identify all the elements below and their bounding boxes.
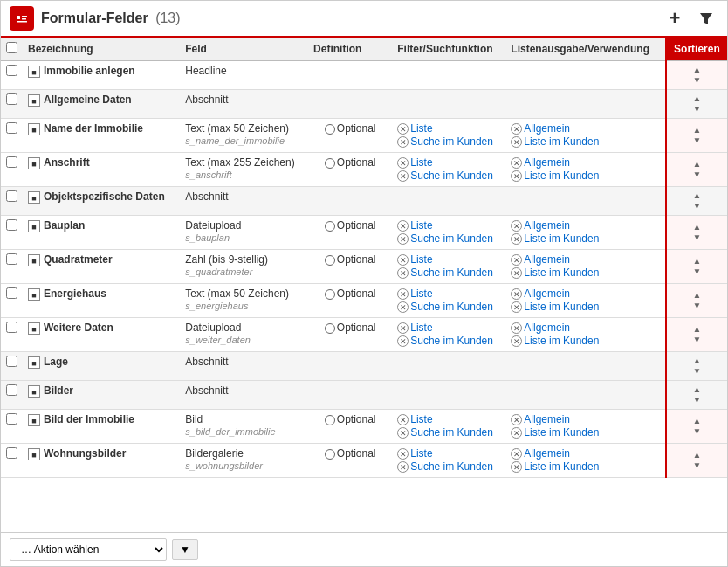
sort-arrows[interactable]: ▲ ▼ xyxy=(672,222,722,243)
listen-remove-icon[interactable]: ✕ xyxy=(511,427,522,439)
listen-link[interactable]: Liste im Kunden xyxy=(524,135,599,148)
listen-remove-icon[interactable]: ✕ xyxy=(511,123,522,135)
filter-remove-icon[interactable]: ✕ xyxy=(397,335,409,347)
filter-link[interactable]: Suche im Kunden xyxy=(410,335,493,347)
sort-arrows[interactable]: ▲ ▼ xyxy=(672,450,722,471)
listen-remove-icon[interactable]: ✕ xyxy=(511,461,522,473)
filter-remove-icon[interactable]: ✕ xyxy=(397,448,409,460)
filter-link[interactable]: Suche im Kunden xyxy=(410,301,493,313)
action-select[interactable]: … Aktion wählen xyxy=(10,538,167,561)
listen-remove-icon[interactable]: ✕ xyxy=(511,157,522,169)
listen-remove-icon[interactable]: ✕ xyxy=(511,267,522,279)
row-sortieren[interactable]: ▲ ▼ xyxy=(666,381,727,410)
filter-remove-icon[interactable]: ✕ xyxy=(397,220,409,232)
filter-remove-icon[interactable]: ✕ xyxy=(397,267,409,279)
sort-down-arrow[interactable]: ▼ xyxy=(692,301,701,311)
sort-down-arrow[interactable]: ▼ xyxy=(692,104,701,114)
filter-link[interactable]: Liste xyxy=(410,122,432,135)
filter-link[interactable]: Suche im Kunden xyxy=(410,135,493,148)
filter-remove-icon[interactable]: ✕ xyxy=(397,427,409,439)
listen-link[interactable]: Liste im Kunden xyxy=(524,335,599,347)
sort-down-arrow[interactable]: ▼ xyxy=(692,169,701,180)
sort-arrows[interactable]: ▲ ▼ xyxy=(672,416,722,437)
listen-link[interactable]: Liste im Kunden xyxy=(524,301,599,313)
filter-link[interactable]: Liste xyxy=(410,447,432,460)
row-checkbox[interactable] xyxy=(6,287,17,299)
sort-up-arrow[interactable]: ▲ xyxy=(692,190,701,201)
row-checkbox[interactable] xyxy=(6,384,17,396)
sort-up-arrow[interactable]: ▲ xyxy=(692,356,701,366)
row-sortieren[interactable]: ▲ ▼ xyxy=(666,90,727,119)
sort-arrows[interactable]: ▲ ▼ xyxy=(672,384,722,405)
filter-link[interactable]: Suche im Kunden xyxy=(410,169,493,182)
listen-link[interactable]: Allgemein xyxy=(524,447,570,460)
filter-remove-icon[interactable]: ✕ xyxy=(397,288,409,300)
row-sortieren[interactable]: ▲ ▼ xyxy=(666,250,727,284)
sort-arrows[interactable]: ▲ ▼ xyxy=(672,324,722,345)
row-checkbox[interactable] xyxy=(6,447,17,459)
filter-link[interactable]: Suche im Kunden xyxy=(410,266,493,279)
sort-up-arrow[interactable]: ▲ xyxy=(692,450,701,460)
filter-remove-icon[interactable]: ✕ xyxy=(397,170,409,182)
sort-arrows[interactable]: ▲ ▼ xyxy=(672,290,722,311)
sort-down-arrow[interactable]: ▼ xyxy=(692,395,701,405)
sort-arrows[interactable]: ▲ ▼ xyxy=(672,93,722,114)
row-sortieren[interactable]: ▲ ▼ xyxy=(666,61,727,90)
row-sortieren[interactable]: ▲ ▼ xyxy=(666,444,727,478)
listen-remove-icon[interactable]: ✕ xyxy=(511,322,522,334)
listen-link[interactable]: Allgemein xyxy=(524,219,570,232)
listen-remove-icon[interactable]: ✕ xyxy=(511,414,522,425)
listen-link[interactable]: Liste im Kunden xyxy=(524,426,599,439)
sort-up-arrow[interactable]: ▲ xyxy=(692,324,701,335)
listen-link[interactable]: Liste im Kunden xyxy=(524,266,599,279)
listen-link[interactable]: Allgemein xyxy=(524,122,570,135)
row-checkbox[interactable] xyxy=(6,156,17,168)
filter-remove-icon[interactable]: ✕ xyxy=(397,233,409,245)
listen-link[interactable]: Liste im Kunden xyxy=(524,169,599,182)
listen-link[interactable]: Liste im Kunden xyxy=(524,460,599,473)
select-all-checkbox[interactable] xyxy=(6,42,17,53)
filter-link[interactable]: Liste xyxy=(410,287,432,300)
sort-up-arrow[interactable]: ▲ xyxy=(692,125,701,135)
action-go-button[interactable]: ▼ xyxy=(172,539,198,560)
row-sortieren[interactable]: ▲ ▼ xyxy=(666,119,727,153)
sort-down-arrow[interactable]: ▼ xyxy=(692,426,701,437)
listen-remove-icon[interactable]: ✕ xyxy=(511,136,522,148)
sort-down-arrow[interactable]: ▼ xyxy=(692,460,701,471)
sort-arrows[interactable]: ▲ ▼ xyxy=(672,256,722,277)
sort-arrows[interactable]: ▲ ▼ xyxy=(672,65,722,86)
row-sortieren[interactable]: ▲ ▼ xyxy=(666,187,727,216)
sort-up-arrow[interactable]: ▲ xyxy=(692,290,701,301)
filter-remove-icon[interactable]: ✕ xyxy=(397,157,409,169)
sort-up-arrow[interactable]: ▲ xyxy=(692,65,701,75)
filter-remove-icon[interactable]: ✕ xyxy=(397,136,409,148)
listen-remove-icon[interactable]: ✕ xyxy=(511,301,522,313)
row-sortieren[interactable]: ▲ ▼ xyxy=(666,216,727,250)
row-checkbox[interactable] xyxy=(6,253,17,265)
filter-remove-icon[interactable]: ✕ xyxy=(397,123,409,135)
sort-arrows[interactable]: ▲ ▼ xyxy=(672,356,722,377)
filter-link[interactable]: Suche im Kunden xyxy=(410,460,493,473)
filter-button[interactable] xyxy=(694,6,718,31)
sort-up-arrow[interactable]: ▲ xyxy=(692,256,701,266)
row-checkbox[interactable] xyxy=(6,93,17,105)
sort-down-arrow[interactable]: ▼ xyxy=(692,335,701,345)
filter-link[interactable]: Liste xyxy=(410,219,432,232)
listen-link[interactable]: Allgemein xyxy=(524,253,570,266)
filter-remove-icon[interactable]: ✕ xyxy=(397,254,409,266)
filter-remove-icon[interactable]: ✕ xyxy=(397,322,409,334)
row-checkbox[interactable] xyxy=(6,219,17,231)
listen-link[interactable]: Allgemein xyxy=(524,156,570,169)
row-checkbox[interactable] xyxy=(6,322,17,333)
sort-up-arrow[interactable]: ▲ xyxy=(692,159,701,169)
listen-remove-icon[interactable]: ✕ xyxy=(511,220,522,232)
sort-down-arrow[interactable]: ▼ xyxy=(692,135,701,146)
row-checkbox[interactable] xyxy=(6,190,17,202)
row-checkbox[interactable] xyxy=(6,356,17,367)
listen-link[interactable]: Allgemein xyxy=(524,287,570,300)
filter-link[interactable]: Liste xyxy=(410,156,432,169)
filter-remove-icon[interactable]: ✕ xyxy=(397,301,409,313)
add-button[interactable]: + xyxy=(663,6,687,31)
row-checkbox[interactable] xyxy=(6,65,17,76)
sort-up-arrow[interactable]: ▲ xyxy=(692,416,701,426)
